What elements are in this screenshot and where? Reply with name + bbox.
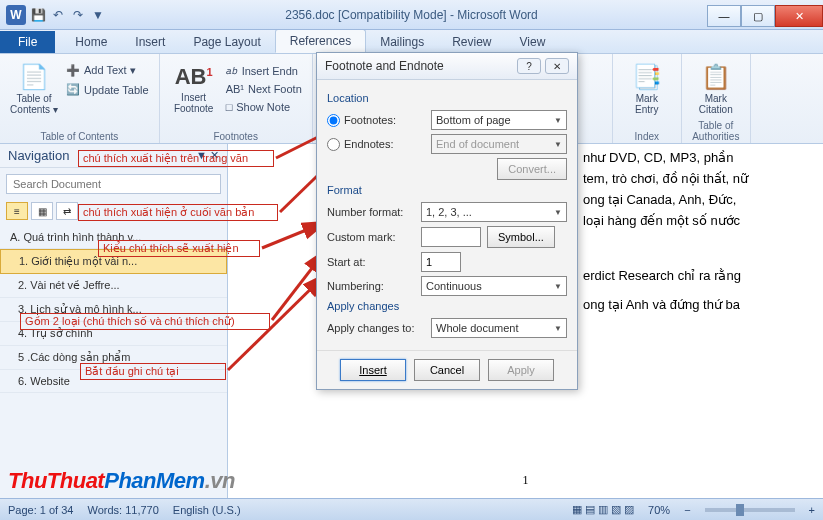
mark-citation-icon: 📋 [701,63,731,91]
zoom-out-button[interactable]: − [684,504,690,516]
annotation: chú thích xuất hiện trên trang văn [78,150,274,167]
nav-tab-headings[interactable]: ≡ [6,202,28,220]
refresh-icon: 🔄 [66,83,80,96]
insert-button[interactable]: Insert [340,359,406,381]
mark-entry-button[interactable]: 📑 Mark Entry [621,58,673,120]
doc-text: erdict Research chỉ ra rằng [583,268,803,283]
group-label-toc: Table of Contents [0,131,159,142]
page-number: 1 [523,473,529,488]
show-notes-button[interactable]: □Show Note [224,99,304,115]
doc-text: như DVD, CD, MP3, phần [583,150,803,165]
navigation-title: Navigation [8,148,69,163]
view-buttons[interactable]: ▦ ▤ ▥ ▧ ▨ [572,503,634,516]
number-format-label: Number format: [327,206,415,218]
undo-icon[interactable]: ↶ [50,7,66,23]
endnotes-location-combo: End of document▼ [431,134,567,154]
title-bar: W 💾 ↶ ↷ ▼ 2356.doc [Compatibility Mode] … [0,0,823,30]
word-logo-icon: W [6,5,26,25]
search-input[interactable] [6,174,221,194]
doc-text: ong tại Canada, Anh, Đức, [583,192,803,207]
doc-text: tem, trò chơi, đồ nội thất, nữ [583,171,803,186]
mark-entry-icon: 📑 [632,63,662,91]
status-page[interactable]: Page: 1 of 34 [8,504,73,516]
show-icon: □ [226,101,233,113]
footnotes-radio[interactable]: Footnotes: [327,114,425,127]
ribbon-tabs: File Home Insert Page Layout References … [0,30,823,54]
apply-to-combo[interactable]: Whole document▼ [431,318,567,338]
qat-dropdown-icon[interactable]: ▼ [90,7,106,23]
annotation: Bắt đầu ghi chú tại [80,363,226,380]
convert-button: Convert... [497,158,567,180]
doc-text: ong tại Anh và đứng thứ ba [583,297,803,312]
redo-icon[interactable]: ↷ [70,7,86,23]
tab-insert[interactable]: Insert [121,31,179,53]
tab-home[interactable]: Home [61,31,121,53]
window-title: 2356.doc [Compatibility Mode] - Microsof… [285,8,538,22]
number-format-combo[interactable]: 1, 2, 3, ...▼ [421,202,567,222]
group-label-index: Index [613,131,681,142]
add-text-button[interactable]: ➕Add Text ▾ [64,62,151,79]
doc-text: loại hàng đến một số nước [583,213,803,228]
location-label: Location [327,92,567,104]
tab-page-layout[interactable]: Page Layout [179,31,274,53]
symbol-button[interactable]: Symbol... [487,226,555,248]
footnote-icon: AB1 [175,64,213,90]
watermark: ThuThuatPhanMem.vn [8,468,235,494]
tab-mailings[interactable]: Mailings [366,31,438,53]
custom-mark-label: Custom mark: [327,231,415,243]
format-label: Format [327,184,567,196]
tab-view[interactable]: View [506,31,560,53]
quick-access-toolbar: W 💾 ↶ ↷ ▼ [0,3,112,27]
tab-review[interactable]: Review [438,31,505,53]
endnote-icon: 𝘢𝘣 [226,64,238,77]
tab-file[interactable]: File [0,31,55,53]
help-button[interactable]: ? [517,58,541,74]
annotation: Kiểu chú thích sẽ xuất hiện [98,240,260,257]
tab-references[interactable]: References [275,29,366,53]
table-of-contents-button[interactable]: 📄 Table of Contents ▾ [8,58,60,120]
cancel-button[interactable]: Cancel [414,359,480,381]
dialog-close-button[interactable]: ✕ [545,58,569,74]
numbering-combo[interactable]: Continuous▼ [421,276,567,296]
mark-citation-button[interactable]: 📋 Mark Citation [690,58,742,120]
next-footnote-button[interactable]: AB¹Next Footn [224,81,304,97]
annotation: Gồm 2 loại (chú thích số và chú thích ch… [20,313,270,330]
group-label-footnotes: Footnotes [160,131,312,142]
minimize-button[interactable]: ― [707,5,741,27]
annotation: chú thích xuất hiện ở cuối văn bản [78,204,278,221]
zoom-in-button[interactable]: + [809,504,815,516]
zoom-level[interactable]: 70% [648,504,670,516]
zoom-slider[interactable] [705,508,795,512]
status-language[interactable]: English (U.S.) [173,504,241,516]
footnotes-location-combo[interactable]: Bottom of page▼ [431,110,567,130]
start-at-label: Start at: [327,256,415,268]
toc-icon: 📄 [19,63,49,91]
status-bar: Page: 1 of 34 Words: 11,770 English (U.S… [0,498,823,520]
nav-item[interactable]: 2. Vài nét về Jeffre... [0,274,227,298]
custom-mark-input[interactable] [421,227,481,247]
footnote-endnote-dialog: Footnote and Endnote ? ✕ Location Footno… [316,52,578,390]
close-button[interactable]: ✕ [775,5,823,27]
nav-tab-results[interactable]: ⇄ [56,202,78,220]
nav-tab-pages[interactable]: ▦ [31,202,53,220]
insert-endnote-button[interactable]: 𝘢𝘣Insert Endn [224,62,304,79]
start-at-input[interactable] [421,252,461,272]
plus-icon: ➕ [66,64,80,77]
endnotes-radio[interactable]: Endnotes: [327,138,425,151]
numbering-label: Numbering: [327,280,415,292]
status-words[interactable]: Words: 11,770 [87,504,158,516]
save-icon[interactable]: 💾 [30,7,46,23]
apply-changes-label: Apply changes [327,300,567,312]
insert-footnote-button[interactable]: AB1 Insert Footnote [168,58,220,120]
maximize-button[interactable]: ▢ [741,5,775,27]
dialog-title: Footnote and Endnote [325,59,444,73]
search-box[interactable] [6,174,221,194]
update-table-button[interactable]: 🔄Update Table [64,81,151,98]
apply-button: Apply [488,359,554,381]
group-label-toa: Table of Authorities [682,120,750,142]
next-icon: AB¹ [226,83,244,95]
apply-to-label: Apply changes to: [327,322,425,334]
